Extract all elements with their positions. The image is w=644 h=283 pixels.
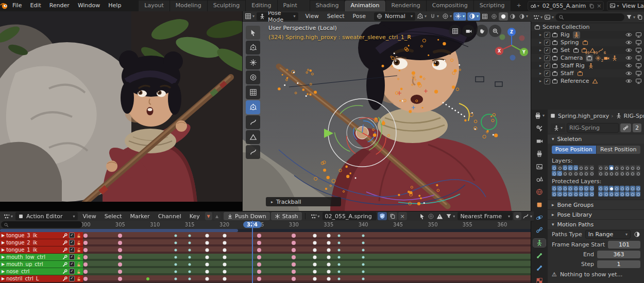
keyframe[interactable]: [175, 242, 177, 244]
keyframe[interactable]: [189, 256, 191, 259]
keyframe[interactable]: [189, 278, 191, 280]
keyframe[interactable]: [362, 235, 365, 237]
tab-bone[interactable]: [533, 252, 546, 260]
protected-layer-b-2[interactable]: [603, 186, 608, 191]
breadcrumb-data[interactable]: RIG-Spring: [624, 113, 644, 119]
overlays-toggle-button[interactable]: ▾: [467, 12, 480, 21]
new-action-button[interactable]: [388, 212, 397, 220]
keyframe[interactable]: [313, 270, 316, 274]
channel-lock-icon[interactable]: [76, 262, 81, 267]
protected-layer-12[interactable]: [568, 191, 572, 197]
layer-b-9[interactable]: [598, 171, 603, 176]
3d-viewport[interactable]: ▾ Pose Mode▾ ViewSelectPose Normal▾ ▾ ▾ …: [242, 11, 531, 211]
keyframe[interactable]: [189, 235, 191, 237]
tab-object[interactable]: [533, 201, 546, 209]
browse-armature-button[interactable]: ▾: [551, 123, 565, 132]
protected-layer-1[interactable]: [552, 186, 556, 191]
channel-enable-checkbox[interactable]: ✓: [69, 247, 75, 253]
show-hidden-icon[interactable]: [428, 213, 434, 220]
layer-b-6[interactable]: [625, 165, 630, 170]
keyframe[interactable]: [223, 263, 226, 267]
field-value[interactable]: 1: [597, 260, 640, 268]
keyframe[interactable]: [175, 235, 177, 237]
pose-position-button[interactable]: Pose Position: [552, 146, 596, 154]
keyframe[interactable]: [83, 270, 88, 274]
protected-layer-b-16[interactable]: [636, 191, 640, 197]
modifiers-wrench-icon[interactable]: [62, 240, 67, 245]
keyframe-row-nose_ctrl[interactable]: [80, 268, 531, 275]
keyframe[interactable]: [146, 277, 149, 280]
keyframe[interactable]: [118, 241, 122, 245]
keyframe[interactable]: [313, 241, 316, 245]
keyframe[interactable]: [205, 249, 209, 252]
expand-icon[interactable]: ▶: [2, 247, 5, 252]
view-layer-selector[interactable]: ▾ View Layer ×: [607, 1, 644, 11]
protected-layer-4[interactable]: [568, 186, 572, 191]
channel-enable-checkbox[interactable]: ✓: [69, 233, 75, 238]
keyframe[interactable]: [338, 278, 341, 280]
keyframe[interactable]: [83, 262, 88, 267]
interpolation-dropdown[interactable]: ▾: [522, 213, 532, 220]
toggle-projection-button[interactable]: [449, 25, 461, 37]
disable-viewports-icon[interactable]: [635, 70, 642, 77]
keyframe[interactable]: [189, 242, 191, 244]
workspace-tab-uv-editing[interactable]: UV Editing: [246, 0, 277, 11]
modifiers-wrench-icon[interactable]: [62, 276, 67, 281]
keyframe[interactable]: [223, 270, 226, 274]
tool-pose-breakdowner[interactable]: [246, 145, 260, 159]
editor-type-button[interactable]: ▾: [243, 12, 257, 21]
keyframe[interactable]: [257, 270, 261, 274]
keyframe[interactable]: [205, 263, 209, 267]
breadcrumb-object[interactable]: Spring.high_proxy: [558, 113, 609, 119]
keyframe[interactable]: [292, 277, 296, 281]
keyframe[interactable]: [175, 256, 177, 259]
keyframe[interactable]: [223, 256, 226, 259]
keyframe[interactable]: [292, 241, 296, 245]
protected-layer-7[interactable]: [584, 186, 588, 191]
expand-icon[interactable]: ▶: [2, 262, 5, 267]
channel-tongue_1_ik[interactable]: ▶tongue_1_ik✓: [0, 246, 83, 254]
expand-icon[interactable]: ▶: [2, 240, 5, 245]
disable-viewports-icon[interactable]: [635, 78, 642, 84]
expand-icon[interactable]: ▸: [539, 71, 541, 76]
fake-user-button[interactable]: [378, 212, 387, 220]
tool-annotate[interactable]: [246, 115, 260, 129]
expand-icon[interactable]: ▸: [539, 32, 541, 37]
collection-checkbox[interactable]: ✓: [544, 78, 550, 84]
protected-layer-b-15[interactable]: [630, 191, 635, 197]
keyframe[interactable]: [223, 249, 226, 252]
menu-file[interactable]: File: [8, 0, 26, 11]
keyframe[interactable]: [313, 263, 316, 267]
shading-rendered-button[interactable]: ▾: [517, 12, 530, 21]
disable-viewports-icon[interactable]: [635, 31, 642, 38]
protected-layer-b-9[interactable]: [598, 191, 603, 197]
keyframe[interactable]: [83, 248, 88, 252]
action-name-field[interactable]: 02_055_A.spring: [323, 212, 377, 220]
xray-toggle-button[interactable]: [480, 12, 489, 21]
push-down-button[interactable]: Push Down: [224, 212, 270, 220]
expand-icon[interactable]: ▶: [2, 276, 5, 281]
keyframe[interactable]: [205, 270, 209, 274]
channel-enable-checkbox[interactable]: ✓: [69, 261, 75, 267]
channel-search-input[interactable]: [1, 221, 82, 228]
keyframe[interactable]: [189, 271, 191, 273]
rest-position-button[interactable]: Rest Position: [597, 146, 641, 154]
collection-checkbox[interactable]: ✓: [544, 32, 550, 38]
protected-layer-b-1[interactable]: [598, 186, 603, 191]
disable-viewports-icon[interactable]: [635, 47, 642, 54]
shading-material-button[interactable]: [508, 12, 517, 21]
scene-selector[interactable]: ▾ 02_055_A.anim ×: [528, 1, 604, 11]
keyframe[interactable]: [223, 277, 226, 281]
outliner-filter-button[interactable]: ▾: [626, 14, 635, 20]
properties-editor-type-button[interactable]: ▾: [533, 112, 546, 120]
keyframe[interactable]: [175, 263, 177, 266]
protected-layer-2[interactable]: [557, 186, 562, 191]
stash-button[interactable]: Stash: [271, 212, 302, 220]
tool-transform[interactable]: [246, 100, 260, 114]
collection-checkbox[interactable]: ✓: [544, 63, 550, 69]
keyframe-row-tongue_2_ik[interactable]: [80, 239, 531, 246]
layer-b-10[interactable]: [603, 171, 608, 176]
keyframe[interactable]: [313, 256, 316, 259]
keyframe[interactable]: [292, 248, 296, 252]
expand-icon[interactable]: ▸: [539, 63, 541, 68]
